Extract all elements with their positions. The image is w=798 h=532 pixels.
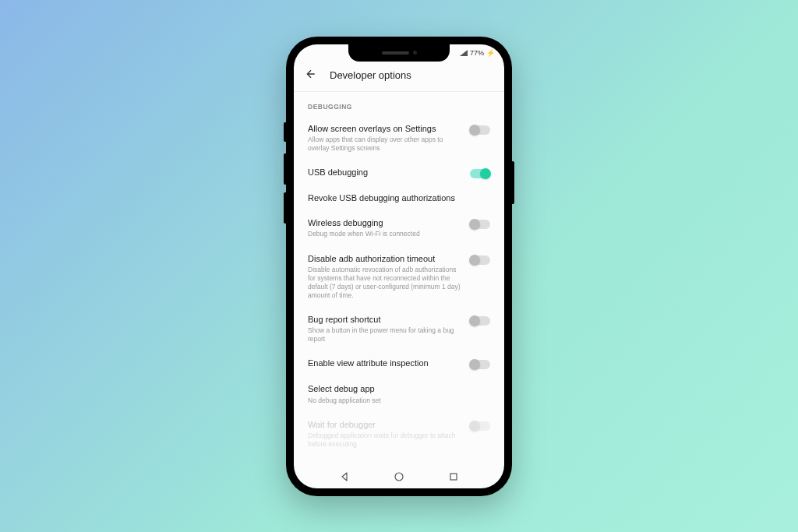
setting-title: Revoke USB debugging authorizations xyxy=(308,192,490,203)
page-title: Developer options xyxy=(330,69,411,81)
setting-title: Bug report shortcut xyxy=(308,314,462,325)
setting-text: Wait for debuggerDebugged application wa… xyxy=(308,419,462,449)
setting-row[interactable]: Enable view attribute inspection xyxy=(294,351,504,377)
setting-row[interactable]: USB debugging xyxy=(294,160,504,186)
setting-row[interactable]: Bug report shortcutShow a button in the … xyxy=(294,308,504,351)
setting-subtitle: Allow apps that can display over other a… xyxy=(308,136,462,153)
toggle-switch[interactable] xyxy=(470,125,490,135)
setting-subtitle: Debug mode when Wi-Fi is connected xyxy=(308,230,462,238)
charging-icon: ⚡ xyxy=(486,49,495,57)
phone-notch xyxy=(348,44,450,62)
phone-side-button xyxy=(284,153,286,185)
navigation-bar xyxy=(294,465,504,488)
toggle-switch[interactable] xyxy=(470,316,490,326)
toggle-switch[interactable] xyxy=(470,360,490,369)
section-header: DEBUGGING xyxy=(294,92,504,117)
setting-text: Bug report shortcutShow a button in the … xyxy=(308,314,462,344)
setting-row[interactable]: Revoke USB debugging authorizations xyxy=(294,186,504,211)
toggle-knob xyxy=(469,421,480,432)
setting-text: Revoke USB debugging authorizations xyxy=(308,192,490,203)
setting-row[interactable]: Select debug appNo debug application set xyxy=(294,377,504,412)
toggle-knob xyxy=(469,359,480,370)
speaker-icon xyxy=(382,51,409,55)
setting-text: Wireless debuggingDebug mode when Wi-Fi … xyxy=(308,217,462,238)
phone-side-button xyxy=(284,122,286,142)
toggle-switch[interactable] xyxy=(470,169,490,178)
phone-side-button xyxy=(284,192,286,224)
toggle-knob xyxy=(469,315,480,326)
setting-title: USB debugging xyxy=(308,167,462,178)
setting-text: Disable adb authorization timeoutDisable… xyxy=(308,253,462,300)
battery-text: 77% xyxy=(470,49,484,57)
setting-subtitle: Show a button in the power menu for taki… xyxy=(308,326,462,344)
nav-back-icon[interactable] xyxy=(339,471,350,482)
setting-title: Wait for debugger xyxy=(308,419,462,430)
setting-text: Allow screen overlays on SettingsAllow a… xyxy=(308,123,462,153)
phone-frame: 77% ⚡ Developer options DEBUGGING Allow … xyxy=(286,37,512,496)
setting-row: Wait for debuggerDebugged application wa… xyxy=(294,413,504,456)
svg-point-0 xyxy=(395,473,403,481)
toggle-knob xyxy=(480,168,491,179)
setting-text: Select debug appNo debug application set xyxy=(308,383,490,404)
setting-row[interactable]: Wireless debuggingDebug mode when Wi-Fi … xyxy=(294,211,504,246)
toggle-switch[interactable] xyxy=(470,255,490,265)
setting-title: Wireless debugging xyxy=(308,217,462,228)
phone-screen: 77% ⚡ Developer options DEBUGGING Allow … xyxy=(294,44,504,488)
toggle-knob xyxy=(469,125,480,136)
setting-title: Select debug app xyxy=(308,383,490,394)
setting-subtitle: Debugged application waits for debugger … xyxy=(308,432,462,449)
setting-title: Enable view attribute inspection xyxy=(308,358,462,368)
setting-title: Allow screen overlays on Settings xyxy=(308,123,462,134)
setting-subtitle: Disable automatic revocation of adb auth… xyxy=(308,266,462,300)
setting-text: Enable view attribute inspection xyxy=(308,358,462,368)
nav-home-icon[interactable] xyxy=(394,471,404,482)
toggle-switch xyxy=(470,421,490,431)
settings-content[interactable]: DEBUGGING Allow screen overlays on Setti… xyxy=(294,92,504,465)
header-bar: Developer options xyxy=(294,62,504,92)
setting-subtitle: No debug application set xyxy=(308,396,490,405)
phone-side-button xyxy=(512,161,514,204)
signal-icon xyxy=(460,50,468,56)
back-arrow-icon[interactable] xyxy=(305,68,317,83)
setting-row[interactable]: Allow screen overlays on SettingsAllow a… xyxy=(294,117,504,160)
camera-icon xyxy=(413,51,417,55)
setting-title: Disable adb authorization timeout xyxy=(308,253,462,264)
toggle-switch[interactable] xyxy=(470,220,490,229)
setting-row[interactable]: Disable adb authorization timeoutDisable… xyxy=(294,247,504,308)
toggle-knob xyxy=(469,255,480,266)
nav-recent-icon[interactable] xyxy=(448,471,459,482)
svg-rect-1 xyxy=(450,474,457,480)
toggle-knob xyxy=(469,219,480,230)
setting-text: USB debugging xyxy=(308,167,462,178)
